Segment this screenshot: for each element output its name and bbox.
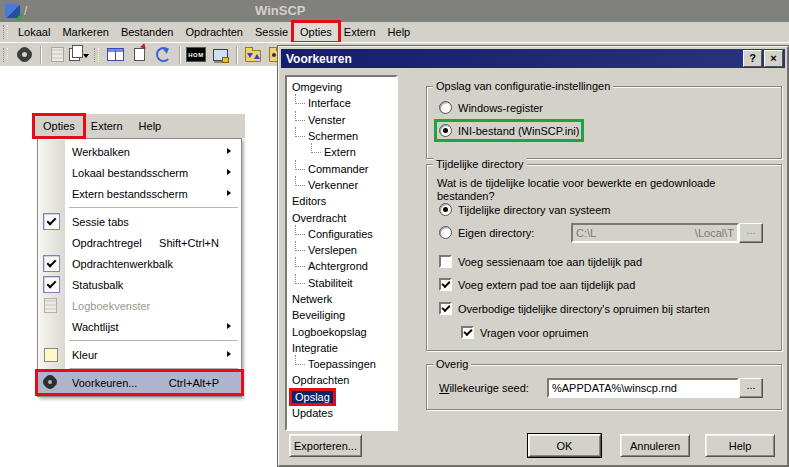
menu-item-voorkeuren[interactable]: Voorkeuren... Ctrl+Alt+P [38, 372, 241, 393]
dialog-close-button[interactable]: × [764, 50, 783, 67]
tree-item-editors[interactable]: Editors [287, 193, 396, 209]
tree-item-omgeving[interactable]: Omgeving [287, 79, 396, 95]
toolbar-grip[interactable] [3, 48, 8, 62]
toolbar-connect-button[interactable] [208, 45, 232, 65]
toolbar-separator [179, 46, 180, 64]
menu-item-extern-bestandsscherm[interactable]: Extern bestandsscherm [38, 183, 241, 204]
tree-item-verslepen[interactable]: Verslepen [287, 242, 396, 258]
tree-item-achtergrond[interactable]: Achtergrond [287, 258, 396, 274]
tree-item-overdracht[interactable]: Overdracht [287, 209, 396, 225]
tree-item-netwerk[interactable]: Netwerk [287, 291, 396, 307]
toolbar-refresh-button[interactable] [151, 45, 175, 65]
home-directory-icon: HOM [186, 47, 206, 62]
toolbar-copy-button[interactable] [69, 45, 93, 65]
checkbox-icon-checked [439, 278, 452, 291]
menubar-item-markeren[interactable]: Markeren [56, 23, 114, 41]
help-button[interactable]: Help [705, 434, 775, 457]
menu-item-lokaal-bestandsscherm[interactable]: Lokaal bestandsscherm [38, 162, 241, 183]
tree-item-schermen[interactable]: Schermen [287, 128, 396, 144]
menubar-item-help[interactable]: Help [382, 23, 417, 41]
menu-item-sessie-tabs[interactable]: Sessie tabs [38, 211, 241, 232]
titlebar-path: / [24, 4, 27, 18]
seed-field[interactable]: %APPDATA%\winscp.rnd [547, 378, 739, 398]
tree-item-stabiliteit[interactable]: Stabiliteit [287, 275, 396, 291]
tree-item-commander[interactable]: Commander [287, 160, 396, 176]
toolbar-home-button[interactable]: HOM [184, 45, 208, 65]
export-button[interactable]: Exporteren... [289, 434, 362, 457]
tree-item-logboekopslag[interactable]: Logboekopslag [287, 323, 396, 339]
custom-dir-browse-button[interactable]: ... [739, 223, 763, 243]
tree-item-extern[interactable]: Extern [287, 144, 396, 160]
toolbar-sync-folders-button[interactable] [241, 45, 265, 65]
tree-item-venster[interactable]: Venster [287, 112, 396, 128]
toolbar-doc-transfer-button[interactable] [127, 45, 151, 65]
menubar-item-opties[interactable]: Opties [35, 116, 83, 136]
menubar-item-opties[interactable]: Opties [294, 23, 338, 41]
checkbox-ask-cleanup[interactable]: Vragen voor opruimen [461, 326, 588, 339]
menu-item-opdrachtenwerkbalk[interactable]: Opdrachtenwerkbalk [38, 253, 241, 274]
dialog-titlebar: Voorkeuren ? × [281, 49, 785, 68]
menubar-item-extern[interactable]: Extern [338, 23, 382, 41]
tree-item-configuraties[interactable]: Configuraties [287, 226, 396, 242]
menubar-item-extern[interactable]: Extern [83, 116, 131, 136]
toolbar-panels-button[interactable] [103, 45, 127, 65]
menu-item-kleur[interactable]: Kleur [38, 344, 241, 365]
color-swatch-icon [44, 348, 58, 362]
gear-icon [18, 48, 31, 61]
checkbox-session-name[interactable]: Voeg sessienaam toe aan tijdelijk pad [439, 255, 642, 268]
menu-item-opdrachtregel[interactable]: Opdrachtregel Shift+Ctrl+N [38, 232, 241, 253]
toolbar-separator [40, 46, 41, 64]
menubar-item-sessie[interactable]: Sessie [249, 23, 294, 41]
tree-item-interface[interactable]: Interface [287, 95, 396, 111]
checkbox-icon-checked [439, 302, 452, 315]
checkbox-remote-path[interactable]: Voeg extern pad toe aan tijdelijk pad [439, 278, 635, 291]
dialog-title: Voorkeuren [286, 52, 352, 66]
cancel-button[interactable]: Annuleren [620, 434, 690, 457]
toolbar-preferences-button[interactable] [12, 45, 36, 65]
tree-item-verkenner[interactable]: Verkenner [287, 177, 396, 193]
tree-item-opslag[interactable]: Opslag [287, 389, 396, 405]
preferences-dialog: Voorkeuren ? × Omgeving Interface Venste… [277, 45, 789, 467]
toolbar-separator [236, 46, 237, 64]
documents-icon [69, 48, 80, 61]
menubar-item-lokaal[interactable]: Lokaal [12, 23, 56, 41]
menubar-grip[interactable] [3, 25, 8, 39]
main-titlebar: / WinSCP [0, 0, 789, 22]
menu-separator [69, 207, 238, 208]
custom-dir-field[interactable]: C:\L \Local\T [571, 223, 739, 243]
options-dropdown-menu: Werkbalken Lokaal bestandsscherm Extern … [37, 138, 242, 397]
radio-ini-file[interactable]: INI-bestand (WinSCP.ini) [439, 124, 579, 137]
menu-item-wachtlijst[interactable]: Wachtlijst [38, 316, 241, 337]
storage-settings-group: Opslag van configuratie-instellingen Win… [426, 86, 782, 159]
window-title: WinSCP [255, 3, 305, 18]
radio-system-temp[interactable]: Tijdelijke directory van systeem [439, 203, 610, 216]
ok-button[interactable]: OK [528, 434, 601, 457]
menu-separator [69, 340, 238, 341]
dialog-help-button[interactable]: ? [743, 50, 762, 67]
radio-windows-register[interactable]: Windows-register [439, 101, 543, 114]
checkbox-cleanup[interactable]: Overbodige tijdelijke directory's opruim… [439, 302, 710, 315]
radio-custom-dir[interactable]: Eigen directory: [439, 226, 534, 239]
sync-folders-icon [245, 50, 261, 62]
connect-icon [213, 49, 228, 61]
screen: / WinSCP Lokaal Markeren Bestanden Opdra… [0, 0, 789, 467]
seed-browse-button[interactable]: ... [739, 378, 763, 398]
submenu-arrow-icon [227, 169, 234, 175]
tree-item-integratie[interactable]: Integratie [287, 340, 396, 356]
tree-item-updates[interactable]: Updates [287, 405, 396, 421]
tree-item-toepassingen[interactable]: Toepassingen [287, 356, 396, 372]
menubar-item-opdrachten[interactable]: Opdrachten [180, 23, 249, 41]
document-arrow-icon [134, 48, 145, 61]
refresh-icon [156, 47, 171, 62]
tree-item-beveiliging[interactable]: Beveiliging [287, 307, 396, 323]
toolbar-grip[interactable] [94, 48, 99, 62]
menubar-item-bestanden[interactable]: Bestanden [115, 23, 180, 41]
tree-item-opdrachten[interactable]: Opdrachten [287, 372, 396, 388]
menu-item-statusbalk[interactable]: Statusbalk [38, 274, 241, 295]
options-menu-bar: Opties Extern Help [35, 114, 245, 138]
toolbar-log-button[interactable] [45, 45, 69, 65]
menu-item-werkbalken[interactable]: Werkbalken [38, 141, 241, 162]
menu-shortcut: Ctrl+Alt+P [169, 377, 219, 389]
radio-icon-selected [439, 203, 452, 216]
menubar-item-help[interactable]: Help [131, 116, 170, 136]
